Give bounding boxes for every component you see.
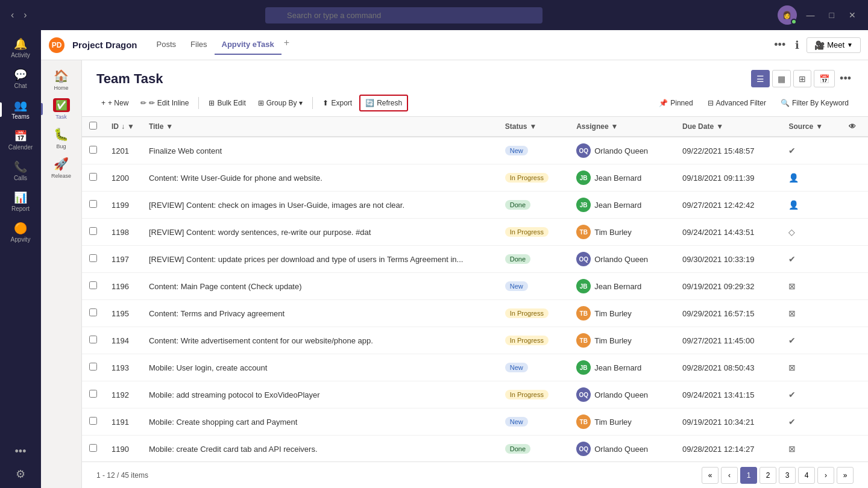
sidebar-item-release[interactable]: 🚀 Release [41,153,81,183]
edit-inline-button[interactable]: ✏ ✏ Edit Inline [136,96,193,110]
nav-item-more[interactable]: ••• [0,440,41,463]
bulk-edit-button[interactable]: ⊞ Bulk Edit [204,96,250,110]
nav-item-calendar[interactable]: 📅 Calender [0,125,41,155]
filter-assignee-icon[interactable]: ▼ [611,122,618,131]
row-title-1190[interactable]: Mobile: create Credit card tab and API r… [142,436,498,462]
row-title-1201[interactable]: Finalize Web content [142,137,498,164]
sidebar-label-home: Home [54,85,68,91]
page-first-button[interactable]: « [702,467,719,484]
row-title-1191[interactable]: Mobile: Create shopping cart and Payment [142,408,498,436]
row-checkbox-1190[interactable] [89,444,97,452]
nav-forward-button[interactable]: › [20,7,30,23]
group-by-button[interactable]: ⊞ Group By ▾ [253,96,308,110]
nav-item-calls[interactable]: 📞 Calls [0,155,41,186]
advanced-filter-button[interactable]: ⊟ Advanced Filter [703,96,771,110]
row-status-1197: Done [498,246,569,273]
row-checkbox-1200[interactable] [89,173,97,181]
minimize-button[interactable]: — [802,8,820,22]
nav-item-teams[interactable]: 👥 Teams [0,94,41,125]
row-title-1199[interactable]: [REVIEW] Content: check on images in Use… [142,192,498,219]
calendar-view-button[interactable]: 📅 [814,70,835,87]
tab-posts[interactable]: Posts [149,35,184,55]
row-checkbox-1196[interactable] [89,281,97,289]
nav-item-settings[interactable]: ⚙ [0,463,41,486]
sidebar-item-task[interactable]: ✅ Task [41,95,81,124]
filter-by-keyword-button[interactable]: 🔍 Filter By Keyword [776,96,854,110]
page-3-button[interactable]: 3 [779,467,796,484]
nav-back-button[interactable]: ‹ [7,7,17,23]
th-assignee: Assignee ▼ [569,117,675,137]
row-source-1201: ✔ [781,137,841,164]
row-checkbox-1191[interactable] [89,417,97,425]
page-4-button[interactable]: 4 [798,467,815,484]
row-title-1200[interactable]: Content: Write User-Guide for phone and … [142,164,498,192]
eye-icon[interactable]: 👁 [849,122,856,131]
page-last-button[interactable]: » [837,467,854,484]
tab-files[interactable]: Files [183,35,214,55]
nav-item-chat[interactable]: 💬 Chat [0,63,41,94]
row-action-1193 [841,354,868,381]
table-row: 1196 Content: Main Page content (Check u… [82,273,868,300]
page-prev-button[interactable]: ‹ [721,467,738,484]
row-title-1192[interactable]: Mobile: add streaming potocol to ExoVide… [142,381,498,408]
row-title-1197[interactable]: [REVIEW] Content: update prices per down… [142,246,498,273]
row-checkbox-1197[interactable] [89,254,97,262]
chevron-down-icon: ▼ [847,42,853,48]
close-button[interactable]: ✕ [844,8,861,22]
meet-button[interactable]: 🎥 Meet ▼ [807,37,861,53]
pinned-button[interactable]: 📌 Pinned [654,96,697,110]
assignee-name: Jean Bernard [594,363,641,372]
filter-duedate-icon[interactable]: ▼ [716,122,723,131]
sidebar-item-bug[interactable]: 🐛 Bug [41,124,81,153]
sidebar-item-home[interactable]: 🏠 Home [41,65,81,95]
assignee-name: Jean Bernard [594,201,641,210]
grid-view-button[interactable]: ▦ [772,70,791,87]
filter-source-icon[interactable]: ▼ [816,122,823,131]
filter-view-button[interactable]: ⊞ [793,70,811,87]
nav-item-activity[interactable]: 🔔 Activity [0,33,41,63]
new-button[interactable]: + + New [96,96,133,110]
nav-item-appvity[interactable]: 🟠 Appvity [0,217,41,248]
avatar[interactable]: 👩 [778,5,797,25]
row-title-1195[interactable]: Content: Terms and Privacy agreement [142,300,498,327]
sort-icon[interactable]: ↓ [121,122,125,131]
row-title-1194[interactable]: Content: Write advertisement content for… [142,327,498,354]
row-title-1196[interactable]: Content: Main Page content (Check update… [142,273,498,300]
row-checkbox-1199[interactable] [89,200,97,208]
row-checkbox-1198[interactable] [89,227,97,235]
row-source-1190: ⊠ [781,436,841,462]
row-checkbox-1193[interactable] [89,363,97,371]
teams-icon: 👥 [14,99,27,112]
row-title-1198[interactable]: [REVIEW] Content: wordy sentences, re-wr… [142,219,498,246]
bug-icon: 🐛 [54,127,69,142]
info-button[interactable]: ℹ [793,36,802,54]
nav-item-report[interactable]: 📊 Report [0,186,41,217]
page-1-button[interactable]: 1 [740,467,757,484]
row-checkbox-1194[interactable] [89,336,97,343]
maximize-button[interactable]: □ [825,8,839,22]
list-view-button[interactable]: ☰ [751,70,770,87]
more-options-button[interactable]: ••• [772,36,788,54]
row-title-1193[interactable]: Mobile: User login, create account [142,354,498,381]
filter-status-icon[interactable]: ▼ [529,122,536,131]
filter-title-icon[interactable]: ▼ [166,122,173,131]
refresh-button[interactable]: 🔄 Refresh [359,95,408,111]
page-next-button[interactable]: › [817,467,834,484]
assignee-name: Tim Burley [594,309,632,318]
row-checkbox-1195[interactable] [89,308,97,316]
tab-appvity-etask[interactable]: Appvity eTask [215,35,281,55]
assignee-avatar: OQ [576,143,591,158]
assignee-name: Tim Burley [594,336,632,345]
row-checkbox-1192[interactable] [89,390,97,398]
add-tab-button[interactable]: + [281,35,292,55]
row-id-1192: 1192 [104,381,142,408]
row-checkbox-1201[interactable] [89,146,97,154]
row-action-1191 [841,408,868,436]
search-input[interactable] [265,7,542,23]
export-button[interactable]: ⬆ Export [318,96,357,110]
page-2-button[interactable]: 2 [760,467,776,484]
filter-icon: ⊟ [708,99,714,107]
more-views-button[interactable]: ••• [837,70,854,87]
select-all-checkbox[interactable] [89,122,97,130]
filter-id-icon[interactable]: ▼ [127,122,134,131]
